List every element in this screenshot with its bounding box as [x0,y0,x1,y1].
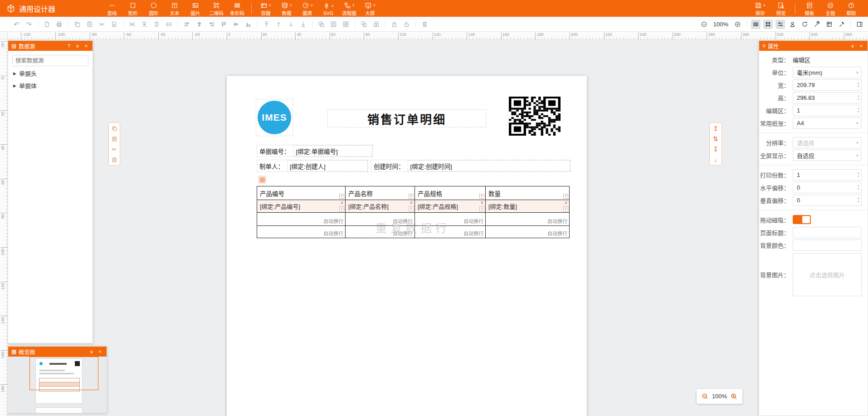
tool-help-button[interactable]: 帮助 [841,0,862,16]
tree-item-doc-body[interactable]: ▶单据体 [12,78,88,91]
zoom-in-button[interactable] [731,393,737,400]
prop-stepper-h-offset[interactable]: 0 [793,182,862,193]
tree-item-doc-header[interactable]: ▶单据头 [12,66,88,78]
tool-template-button[interactable]: 模板 [799,0,820,16]
tool-preview-button[interactable]: 预览 [770,0,791,16]
datasource-search-input[interactable] [12,55,88,66]
overview-close-button[interactable]: × [97,349,103,354]
ungroup-button[interactable] [359,20,369,29]
history-button[interactable] [800,20,809,29]
datasource-collapse-button[interactable]: ∨ [74,43,81,49]
trash-button[interactable] [420,20,429,29]
tool-qrcode-button[interactable]: 二维码 [206,0,227,16]
doc-delete-button[interactable] [109,20,119,29]
copy-style-button[interactable] [111,156,118,163]
field-doc-no-binding[interactable]: [绑定:单据编号] [293,145,373,157]
prop-stepper-edit-area[interactable]: 1 [793,105,862,116]
tool-line-button[interactable]: 直线 [102,0,122,16]
layers-button[interactable] [751,20,761,29]
insert-element-button[interactable] [111,125,118,132]
binding-cell[interactable]: [绑定:数量]T [486,200,570,213]
redo-button[interactable]: ↷ [24,20,34,29]
copy-button[interactable] [73,20,82,29]
group-button[interactable] [317,20,326,29]
align-bottom-button[interactable] [244,20,253,29]
tool-save-button[interactable]: ∨保存 [750,0,770,16]
prop-stepper-width[interactable]: 209.79 [793,79,862,91]
delete-binding-icon[interactable] [340,201,344,205]
title-element[interactable]: 销售订单明细 [327,109,486,127]
tool-svg-button[interactable]: ∨SVG [318,1,339,16]
table-header-cell[interactable]: 数量T [486,186,570,200]
move-down-button[interactable]: ↓ [714,157,717,163]
table-drag-handle-icon[interactable] [258,176,266,184]
field-list-button[interactable] [111,135,118,142]
properties-close-button[interactable]: × [858,43,864,49]
autowrap-cell[interactable]: 自动换行 [486,226,570,238]
tool-text-button[interactable]: 文本 [164,0,185,16]
center-h-button[interactable] [152,20,161,29]
panel-button[interactable] [855,20,864,29]
user-button[interactable] [788,20,797,29]
table-header-cell[interactable]: 产品规格T [415,186,486,200]
prop-select-fullscreen[interactable]: 自适应 [793,150,862,161]
delete-binding-icon[interactable] [564,201,568,205]
properties-collapse-button[interactable]: ∨ [849,43,856,49]
tool-data-button[interactable]: ∨数据 [276,0,297,16]
field-create-time[interactable]: 创建时间： [绑定:创建时间] [371,160,571,172]
datasource-close-button[interactable]: × [83,43,89,49]
design-canvas[interactable]: IMES 销售订单明细 单据编号： [绑定:单据编号] 制单人： [绑定:创建人… [8,39,759,416]
stepper-arrows[interactable]: ▴▾ [858,94,859,101]
stepper-arrows[interactable]: ▴▾ [858,107,859,114]
table-header-cell[interactable]: 产品名称T [346,186,415,200]
align-center-button[interactable] [195,20,204,29]
autowrap-cell[interactable]: 自动换行 [415,213,486,226]
center-v-button[interactable] [164,20,174,29]
to-top-button[interactable]: ↥ [713,125,718,132]
prop-imagebox-bg-image[interactable]: 点击选择图片 [793,253,862,296]
binding-cell[interactable]: [绑定:产品编号]T [257,200,346,213]
dist-h-button[interactable] [127,20,137,29]
autowrap-cell[interactable]: 自动换行 [346,226,415,238]
prop-stepper-v-offset[interactable]: 0 [793,195,862,206]
grid-block-button[interactable] [341,20,351,29]
tool-chart-button[interactable]: ∨图表 [297,0,318,16]
delete-binding-icon[interactable] [410,201,413,205]
field-creator-binding[interactable]: [绑定:创建人] [287,160,368,171]
paste-button[interactable] [85,20,94,29]
zoom-out-button[interactable] [699,20,709,29]
field-create-time-binding[interactable]: [绑定:创建时间] [408,160,571,171]
prop-input-page-title[interactable] [793,227,862,238]
autowrap-cell[interactable]: 自动换行 [257,213,346,226]
prop-input-bg-color[interactable] [793,240,862,251]
field-creator[interactable]: 制单人： [绑定:创建人] [257,160,368,172]
cut-button[interactable]: ✂ [97,20,107,29]
autowrap-cell[interactable]: 自动换行 [346,213,415,226]
tool-rect-button[interactable]: 矩形 [122,0,143,16]
stepper-arrows[interactable]: ▴▾ [858,184,859,191]
company-logo[interactable]: IMES [258,101,291,134]
product-table[interactable]: 产品编号T产品名称T产品规格T数量T[绑定:产品编号]T[绑定:产品名称]T[绑… [257,186,570,238]
sliders-button[interactable] [775,20,785,29]
lock-button[interactable] [390,20,399,29]
move-up-button[interactable] [274,20,283,29]
move-down-button[interactable] [286,20,296,29]
autowrap-cell[interactable]: 自动换行 [486,213,570,226]
unlock-button[interactable] [402,20,411,29]
to-front-button[interactable] [262,20,271,29]
print-button[interactable] [54,20,64,29]
prop-select-resolution[interactable]: 请选择 [793,137,862,148]
overview-collapse-button[interactable]: ∨ [88,349,95,355]
align-right-button[interactable] [207,20,216,29]
stepper-arrows[interactable]: ▴▾ [858,171,859,178]
binding-cell[interactable]: [绑定:产品规格]T [415,200,486,213]
dist-v-button[interactable] [140,20,149,29]
build-button[interactable] [837,20,846,29]
table-header-cell[interactable]: 产品编号T [257,186,346,200]
to-bottom-button[interactable]: ↧ [713,146,718,152]
chevron-right-icon[interactable]: ▶ [13,71,16,76]
plugin-button[interactable] [824,20,834,29]
tools-button[interactable] [812,20,822,29]
stepper-arrows[interactable]: ▴▾ [858,196,859,204]
to-back-button[interactable] [298,20,308,29]
